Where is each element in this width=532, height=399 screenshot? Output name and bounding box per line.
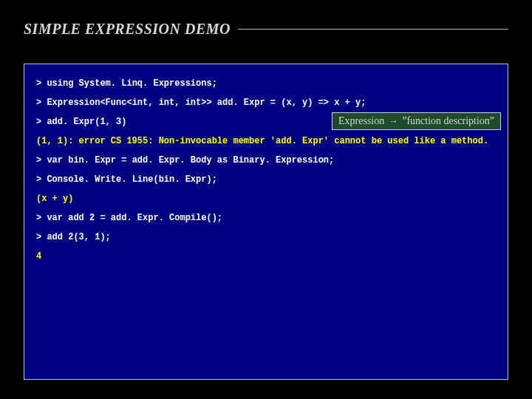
console-line: > var bin. Expr = add. Expr. Body as Bin… (36, 156, 496, 165)
prompt: > (36, 98, 47, 108)
callout-prefix: Expression (338, 115, 387, 126)
prompt: > (36, 213, 47, 223)
prompt: > (36, 155, 47, 166)
prompt: > (36, 232, 47, 242)
console-line: > using System. Linq. Expressions; (36, 79, 496, 88)
console-text: add. Expr(1, 3) (47, 117, 126, 127)
console-line: > Console. Write. Line(bin. Expr); (36, 175, 496, 184)
slide-title: SIMPLE EXPRESSION DEMO (24, 21, 238, 38)
console-text: using System. Linq. Expressions; (47, 78, 216, 89)
console-text: Expression<Func<int, int, int>> add. Exp… (47, 98, 366, 108)
console-text: var bin. Expr = add. Expr. Body as Binar… (47, 155, 334, 166)
slide: SIMPLE EXPRESSION DEMO > using System. L… (0, 0, 532, 399)
callout-expression: Expression → ”function description” (332, 112, 501, 130)
callout-suffix: ”function description” (400, 115, 494, 126)
console-line: > var add 2 = add. Expr. Compile(); (36, 214, 496, 222)
title-row: SIMPLE EXPRESSION DEMO (24, 21, 508, 38)
arrow-right-icon: → (387, 115, 400, 126)
prompt: > (36, 117, 47, 127)
console-text: Console. Write. Line(bin. Expr); (47, 174, 216, 185)
console-error-line: (1, 1): error CS 1955: Non-invocable mem… (36, 137, 496, 146)
console-text: (1, 1): error CS 1955: Non-invocable mem… (36, 136, 488, 146)
console-text: add 2(3, 1); (47, 232, 110, 242)
console-text: 4 (36, 251, 41, 262)
console-output-line: 4 (36, 252, 496, 261)
title-rule (238, 29, 508, 30)
console-text: var add 2 = add. Expr. Compile(); (47, 213, 222, 223)
console-output-line: (x + y) (36, 194, 496, 203)
console-line: > Expression<Func<int, int, int>> add. E… (36, 98, 496, 107)
console-line: > add 2(3, 1); (36, 233, 496, 242)
console-panel: > using System. Linq. Expressions; > Exp… (24, 64, 508, 380)
prompt: > (36, 78, 47, 89)
prompt: > (36, 174, 47, 185)
console-text: (x + y) (36, 194, 73, 204)
